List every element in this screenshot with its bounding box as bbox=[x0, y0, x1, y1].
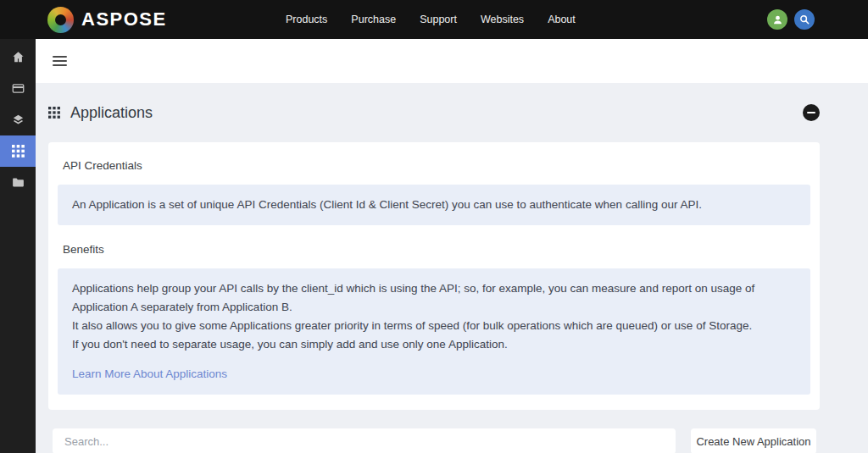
nav-support[interactable]: Support bbox=[420, 14, 457, 25]
api-credentials-heading: API Credentials bbox=[63, 159, 805, 172]
benefits-paragraph: Applications help group your API calls b… bbox=[72, 279, 796, 317]
api-credentials-text: An Application is a set of unique API Cr… bbox=[72, 196, 796, 214]
layers-icon bbox=[11, 113, 25, 127]
info-card: API Credentials An Application is a set … bbox=[48, 142, 820, 410]
nav-purchase[interactable]: Purchase bbox=[351, 14, 396, 25]
grid-icon bbox=[12, 145, 25, 157]
nav-about[interactable]: About bbox=[548, 14, 576, 25]
sidebar-item-billing[interactable] bbox=[0, 73, 36, 104]
learn-more-link[interactable]: Learn More About Applications bbox=[72, 365, 227, 384]
nav-websites[interactable]: Websites bbox=[481, 14, 524, 25]
home-icon bbox=[11, 50, 25, 64]
site-search-button[interactable] bbox=[794, 9, 815, 30]
collapse-section-button[interactable] bbox=[803, 104, 820, 121]
applications-search-input[interactable] bbox=[53, 428, 676, 453]
sidebar-item-layers[interactable] bbox=[0, 104, 36, 135]
benefits-heading: Benefits bbox=[63, 243, 805, 256]
minus-icon bbox=[807, 112, 815, 113]
topbar: ASPOSE Products Purchase Support Website… bbox=[0, 0, 868, 39]
applications-search-row: Create New Application bbox=[53, 428, 816, 453]
content-toolbar bbox=[36, 39, 868, 83]
nav-products[interactable]: Products bbox=[286, 14, 327, 25]
topbar-actions bbox=[767, 9, 815, 30]
user-account-button[interactable] bbox=[767, 9, 787, 30]
create-new-application-button[interactable]: Create New Application bbox=[691, 428, 816, 453]
applications-grid-icon bbox=[48, 107, 60, 119]
folder-icon bbox=[11, 175, 25, 190]
sidebar-item-home[interactable] bbox=[0, 41, 36, 73]
hamburger-icon bbox=[53, 56, 67, 58]
benefits-info-box: Applications help group your API calls b… bbox=[58, 268, 810, 395]
credit-card-icon bbox=[11, 81, 25, 96]
sidebar-item-applications[interactable] bbox=[0, 135, 36, 167]
person-icon bbox=[771, 14, 784, 26]
left-sidebar bbox=[0, 39, 36, 453]
page-title: Applications bbox=[70, 104, 153, 122]
api-credentials-info-box: An Application is a set of unique API Cr… bbox=[58, 185, 810, 225]
top-navigation: Products Purchase Support Websites About bbox=[286, 0, 576, 39]
sidebar-item-files[interactable] bbox=[0, 167, 36, 198]
main-content: Applications API Credentials An Applicat… bbox=[36, 39, 868, 453]
aspose-swirl-icon bbox=[47, 7, 74, 33]
aspose-logo[interactable]: ASPOSE bbox=[47, 7, 167, 33]
benefits-paragraph: It also allows you to give some Applicat… bbox=[72, 317, 796, 335]
menu-toggle-button[interactable] bbox=[53, 53, 68, 69]
brand-name: ASPOSE bbox=[81, 8, 167, 30]
search-icon bbox=[798, 14, 810, 25]
benefits-paragraph: If you don't need to separate usage, you… bbox=[72, 335, 796, 354]
page-header: Applications bbox=[48, 83, 820, 142]
